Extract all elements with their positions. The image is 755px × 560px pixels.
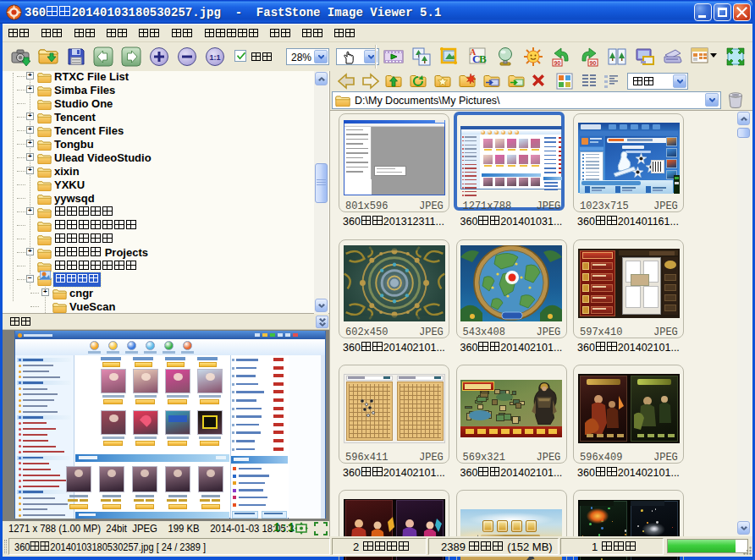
svg-text:1:1: 1:1 [209, 53, 220, 62]
svg-text:90: 90 [590, 60, 597, 66]
svg-text:90: 90 [554, 60, 561, 66]
svg-text:B: B [479, 52, 487, 65]
